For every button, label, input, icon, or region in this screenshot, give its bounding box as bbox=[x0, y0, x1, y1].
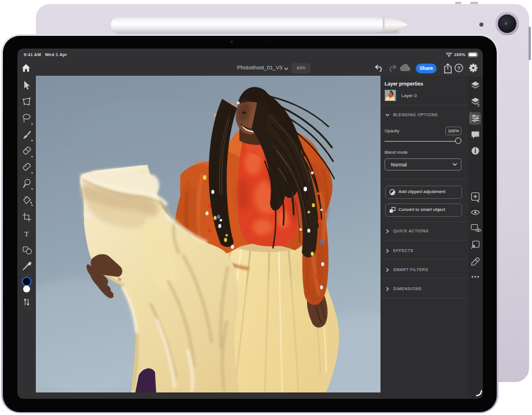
svg-text:T: T bbox=[24, 229, 29, 238]
svg-text:?: ? bbox=[457, 65, 461, 71]
